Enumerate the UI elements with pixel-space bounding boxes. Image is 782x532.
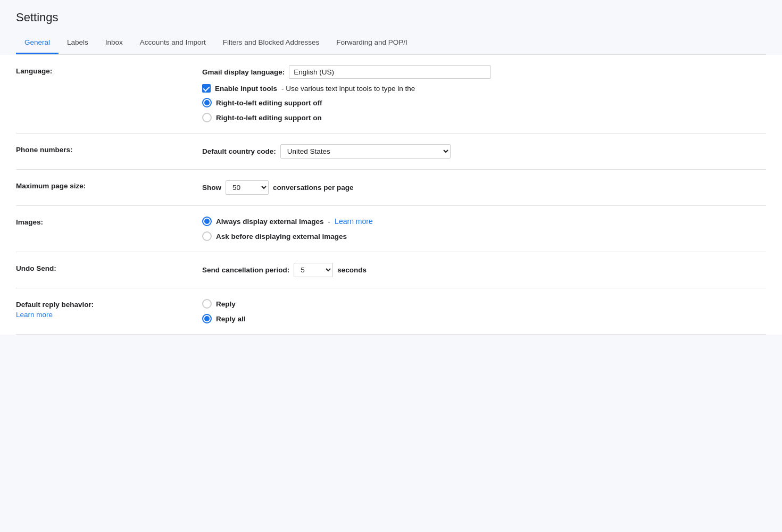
undo-send-row: Undo Send: Send cancellation period: 5 1… [16, 252, 766, 288]
language-label: Language: [16, 67, 52, 75]
undo-send-controls: Send cancellation period: 5 10 20 30 sec… [202, 263, 766, 277]
reply-label: Reply [216, 300, 236, 308]
rtl-off-label: Right-to-left editing support off [216, 99, 322, 107]
language-controls: Gmail display language: Enable input too… [202, 65, 766, 122]
phone-controls: Default country code: United States [202, 144, 766, 159]
enable-input-tools-label: Enable input tools [215, 85, 277, 93]
gmail-display-language-label: Gmail display language: [202, 68, 285, 76]
language-row: Language: Gmail display language: Enable… [16, 55, 766, 134]
enable-input-tools-desc: - Use various text input tools to type i… [281, 85, 415, 93]
always-display-row: Always display external images - Learn m… [202, 217, 766, 226]
page-size-select[interactable]: 10 25 50 100 [226, 180, 269, 195]
cancellation-period-row: Send cancellation period: 5 10 20 30 sec… [202, 263, 766, 277]
gmail-display-language-row: Gmail display language: [202, 65, 766, 79]
page-size-controls: Show 10 25 50 100 conversations per page [202, 180, 766, 195]
tab-inbox[interactable]: Inbox [97, 33, 131, 54]
ask-display-row: Ask before displaying external images [202, 231, 766, 241]
page-title: Settings [16, 11, 766, 24]
always-display-radio-inner [204, 219, 210, 224]
cancellation-period-label: Send cancellation period: [202, 266, 289, 274]
enable-input-tools-checkbox[interactable] [202, 84, 211, 93]
rtl-off-radio[interactable] [202, 98, 212, 107]
tab-general[interactable]: General [16, 33, 59, 54]
reply-all-radio-inner [204, 316, 210, 321]
tab-filters[interactable]: Filters and Blocked Addresses [214, 33, 328, 54]
reply-behavior-label: Default reply behavior: [16, 301, 94, 309]
rtl-on-radio[interactable] [202, 113, 212, 122]
country-code-label: Default country code: [202, 147, 276, 155]
always-display-label: Always display external images [216, 218, 324, 226]
settings-tabs: General Labels Inbox Accounts and Import… [16, 33, 766, 55]
reply-behavior-learn-more-link[interactable]: Learn more [16, 311, 192, 319]
undo-send-label: Undo Send: [16, 264, 56, 272]
enable-input-tools-row: Enable input tools - Use various text in… [202, 84, 766, 93]
reply-radio[interactable] [202, 299, 212, 309]
rtl-off-radio-inner [204, 100, 210, 105]
rtl-on-label: Right-to-left editing support on [216, 114, 322, 122]
page-size-row: Maximum page size: Show 10 25 50 100 con… [16, 170, 766, 206]
country-code-row: Default country code: United States [202, 144, 766, 159]
show-label: Show [202, 184, 221, 192]
conversations-per-page-row: Show 10 25 50 100 conversations per page [202, 180, 766, 195]
reply-all-row: Reply all [202, 314, 766, 323]
settings-content: Language: Gmail display language: Enable… [0, 55, 782, 335]
country-code-select[interactable]: United States [280, 144, 451, 159]
always-display-radio[interactable] [202, 217, 212, 226]
ask-display-label: Ask before displaying external images [216, 232, 347, 240]
cancellation-period-select[interactable]: 5 10 20 30 [294, 263, 333, 277]
reply-all-label: Reply all [216, 315, 246, 323]
reply-all-radio[interactable] [202, 314, 212, 323]
images-row: Images: Always display external images -… [16, 206, 766, 252]
per-page-label: conversations per page [273, 184, 354, 192]
reply-row: Reply [202, 299, 766, 309]
reply-behavior-controls: Reply Reply all [202, 299, 766, 323]
images-label: Images: [16, 218, 43, 226]
page-size-label: Maximum page size: [16, 182, 86, 190]
tab-labels[interactable]: Labels [59, 33, 97, 54]
images-controls: Always display external images - Learn m… [202, 217, 766, 241]
ask-display-radio[interactable] [202, 231, 212, 241]
phone-numbers-row: Phone numbers: Default country code: Uni… [16, 134, 766, 170]
language-select[interactable] [289, 65, 491, 79]
tab-forwarding[interactable]: Forwarding and POP/I [328, 33, 416, 54]
images-learn-more-link[interactable]: Learn more [335, 217, 373, 226]
tab-accounts[interactable]: Accounts and Import [131, 33, 214, 54]
phone-numbers-label: Phone numbers: [16, 146, 73, 154]
rtl-off-row: Right-to-left editing support off [202, 98, 766, 107]
rtl-on-row: Right-to-left editing support on [202, 113, 766, 122]
reply-behavior-row: Default reply behavior: Learn more Reply… [16, 288, 766, 335]
seconds-label: seconds [337, 266, 367, 274]
